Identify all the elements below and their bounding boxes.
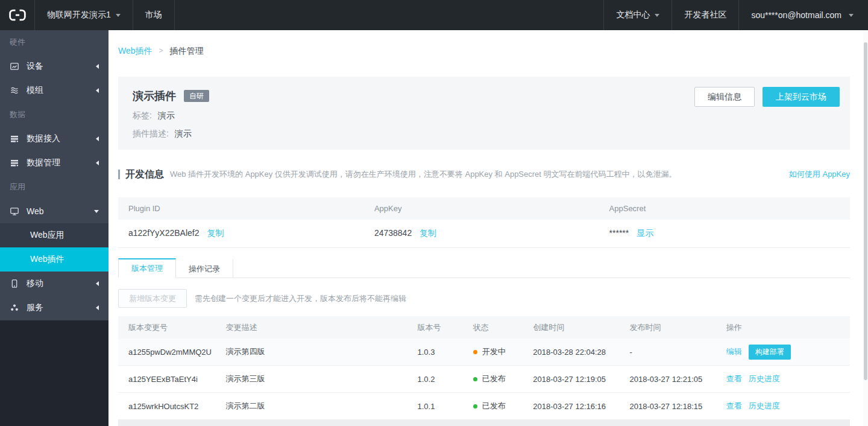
change-id: a125wrkHOutcsKT2: [118, 402, 215, 411]
module-layers-icon: [10, 86, 19, 95]
status-dot: [473, 350, 477, 354]
status-badge: 已发布: [482, 374, 506, 384]
sidebar-item-label: 模组: [27, 85, 43, 96]
dev-info-header: 开发信息 Web 插件开发环境的 AppKey 仅供开发调试使用，请勿在生产环境…: [118, 168, 850, 181]
view-version-link[interactable]: 查看: [726, 374, 742, 384]
chevron-down-icon: [655, 14, 659, 17]
version-table: 版本变更号 变更描述 版本号 状态 创建时间 发布时间 操作 a1255pwDw…: [118, 316, 850, 426]
appkey-table: Plugin ID AppKey AppSecret a122fYyX22BAl…: [118, 197, 850, 248]
nav-account-label: sou****on@hotmail.com: [751, 10, 841, 20]
chevron-left-icon: [96, 88, 99, 93]
chevron-down-icon: [849, 14, 854, 17]
appsecret-masked-value: ******: [609, 228, 629, 238]
appkey-table-row: a122fYyX22BAlef2 复制 24738842 复制 ****** 显…: [118, 220, 850, 248]
sidebar-item-web-app[interactable]: Web应用: [0, 223, 108, 247]
sidebar-item-label: Web应用: [30, 230, 64, 241]
change-desc: 演示第二版: [215, 401, 407, 412]
plugin-desc-row: 插件描述: 演示: [133, 129, 835, 139]
created-at: 2018-03-28 22:04:28: [523, 348, 619, 357]
col-change-desc: 变更描述: [215, 322, 407, 333]
col-version: 版本号: [407, 322, 463, 333]
mobile-phone-icon: [10, 279, 19, 288]
breadcrumb: Web插件 > 插件管理: [118, 45, 850, 57]
col-change-id: 版本变更号: [118, 322, 215, 333]
published-at: 2018-03-27 12:18:15: [620, 402, 716, 411]
brand-logo[interactable]: [0, 0, 34, 30]
build-deploy-button[interactable]: 构建部署: [749, 345, 791, 360]
change-id: a1255pwDw2mMMQ2U: [118, 348, 215, 357]
sidebar-item-web[interactable]: Web: [0, 199, 108, 223]
nav-project-selector[interactable]: 物联网开发演示1: [35, 0, 133, 30]
change-desc: 演示第四版: [215, 346, 407, 357]
tab-operation-log[interactable]: 操作记录: [176, 258, 233, 278]
edit-info-button[interactable]: 编辑信息: [694, 87, 755, 107]
breadcrumb-current: 插件管理: [170, 45, 204, 57]
sidebar-item-device[interactable]: 设备: [0, 54, 108, 78]
show-appsecret-link[interactable]: 显示: [637, 228, 653, 238]
change-id: a125YEExBTaEtY4i: [118, 375, 215, 384]
tag-label: 标签:: [133, 110, 152, 120]
chevron-left-icon: [96, 161, 99, 165]
tab-bar: 版本管理 操作记录: [118, 258, 850, 278]
publish-to-market-button[interactable]: 上架到云市场: [763, 87, 840, 107]
sidebar-item-data-manage[interactable]: 数据管理: [0, 151, 108, 175]
copy-appkey-link[interactable]: 复制: [420, 228, 436, 238]
edit-version-link[interactable]: 编辑: [726, 346, 742, 357]
data-manage-icon: [10, 158, 19, 168]
tab-version-manage[interactable]: 版本管理: [118, 258, 176, 278]
col-status: 状态: [463, 322, 523, 333]
sidebar-item-data-access[interactable]: 数据接入: [0, 127, 108, 151]
sidebar-item-label: 数据管理: [27, 157, 60, 168]
view-version-link[interactable]: 查看: [726, 401, 742, 412]
sidebar-item-label: 服务: [27, 302, 43, 313]
nav-account-menu[interactable]: sou****on@hotmail.com: [739, 0, 868, 30]
table-row: a125YEExBTaEtY4i 演示第三版 1.0.2 已发布 2018-03…: [118, 366, 850, 393]
copy-plugin-id-link[interactable]: 复制: [207, 228, 224, 238]
col-created: 创建时间: [523, 322, 619, 333]
plugin-tag-row: 标签: 演示: [133, 110, 835, 121]
scrollbar-thumb[interactable]: [864, 42, 867, 380]
add-version-hint: 需先创建一个变更后才能进入开发，版本发布后将不能再编辑: [195, 293, 406, 304]
chevron-left-icon: [96, 136, 99, 141]
nav-dev-community[interactable]: 开发者社区: [672, 0, 738, 30]
top-navbar: 物联网开发演示1 市场 文档中心 开发者社区 sou****on@hotmail…: [0, 0, 868, 30]
version-table-header: 版本变更号 变更描述 版本号 状态 创建时间 发布时间 操作: [118, 316, 850, 339]
appkey-table-header: Plugin ID AppKey AppSecret: [118, 197, 850, 220]
nav-project-label: 物联网开发演示1: [47, 10, 111, 21]
change-desc: 演示第三版: [215, 374, 407, 384]
page-scrollbar: [863, 30, 868, 426]
add-version-button[interactable]: 新增版本变更: [118, 289, 187, 308]
sidebar: 硬件 设备 模组 数据 数据接入 数据: [0, 30, 108, 426]
nav-doc-center[interactable]: 文档中心: [604, 0, 671, 30]
appkey-help-link[interactable]: 如何使用 AppKey: [789, 169, 850, 180]
plugin-title: 演示插件: [133, 89, 176, 103]
version-number: 1.0.3: [407, 348, 463, 357]
add-version-row: 新增版本变更 需先创建一个变更后才能进入开发，版本发布后将不能再编辑: [118, 289, 850, 308]
nav-dev-community-label: 开发者社区: [684, 10, 726, 21]
device-icon: [10, 62, 19, 71]
sidebar-item-web-plugin[interactable]: Web插件: [0, 247, 108, 272]
history-progress-link[interactable]: 历史进度: [749, 401, 780, 412]
sidebar-item-label: Web插件: [30, 254, 64, 265]
breadcrumb-web-plugin-link[interactable]: Web插件: [118, 45, 153, 57]
created-at: 2018-03-27 12:16:16: [523, 402, 619, 411]
breadcrumb-separator: >: [159, 45, 163, 57]
service-people-icon: [10, 303, 19, 313]
chevron-left-icon: [96, 281, 99, 286]
table-row: a125wrkHOutcsKT2 演示第二版 1.0.1 已发布 2018-03…: [118, 393, 850, 420]
table-row: a1255pwDw2mMMQ2U 演示第四版 1.0.3 开发中 2018-03…: [118, 339, 850, 366]
web-monitor-icon: [10, 206, 19, 216]
history-progress-link[interactable]: 历史进度: [749, 374, 780, 384]
tag-value: 演示: [158, 110, 175, 120]
next-row-edge: [118, 420, 850, 426]
sidebar-item-label: Web: [27, 206, 44, 216]
sidebar-menu: 硬件 设备 模组 数据 数据接入 数据: [0, 30, 108, 320]
sidebar-item-mobile[interactable]: 移动: [0, 272, 108, 296]
plugin-id-value: a122fYyX22BAlef2: [128, 228, 200, 238]
published-at: 2018-03-27 12:21:05: [620, 375, 716, 384]
col-actions: 操作: [716, 322, 850, 333]
nav-market[interactable]: 市场: [133, 0, 174, 30]
sidebar-item-module[interactable]: 模组: [0, 78, 108, 103]
version-number: 1.0.2: [407, 375, 463, 384]
sidebar-item-service[interactable]: 服务: [0, 296, 108, 320]
